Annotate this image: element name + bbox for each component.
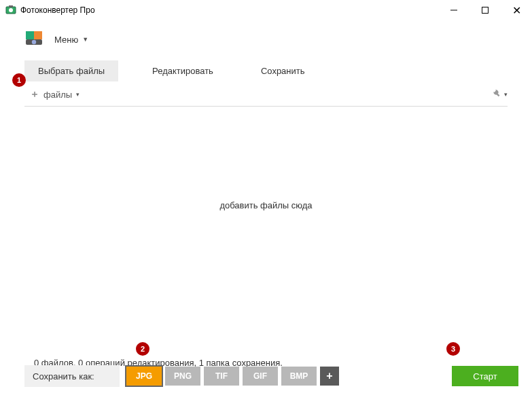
- svg-rect-5: [26, 31, 34, 39]
- annotation-2: 2: [136, 342, 149, 356]
- tab-save[interactable]: Сохранить: [247, 60, 319, 81]
- menu-button[interactable]: Меню ▼: [54, 35, 88, 45]
- format-jpg-button[interactable]: JPG: [126, 367, 162, 386]
- logo-icon: [24, 30, 43, 49]
- close-icon: ✕: [512, 4, 521, 17]
- window-controls: ✕: [438, 0, 532, 20]
- format-gif-button[interactable]: GIF: [243, 367, 278, 386]
- svg-rect-6: [34, 31, 42, 39]
- format-bmp-button[interactable]: BMP: [281, 367, 317, 386]
- drop-hint: добавить файлы сюда: [219, 200, 312, 210]
- tabs: Выбрать файлы Редактировать Сохранить: [0, 58, 532, 83]
- topbar: Меню ▼: [0, 20, 532, 58]
- drop-area[interactable]: добавить файлы сюда: [0, 107, 532, 303]
- chevron-down-icon: ▼: [82, 36, 88, 43]
- format-tif-button[interactable]: TIF: [204, 367, 239, 386]
- svg-rect-2: [9, 5, 13, 7]
- plus-icon: ＋: [30, 88, 39, 100]
- tab-select-files[interactable]: Выбрать файлы: [24, 60, 118, 81]
- annotation-3: 3: [446, 342, 460, 356]
- add-files-button[interactable]: ＋ файлы ▾: [30, 88, 79, 100]
- titlebar: Фотоконвертер Про ✕: [0, 0, 532, 20]
- settings-button[interactable]: ▾: [492, 88, 508, 100]
- start-button[interactable]: Старт: [452, 366, 518, 386]
- window-title: Фотоконвертер Про: [20, 5, 95, 15]
- svg-point-8: [32, 40, 36, 44]
- toolbar: ＋ файлы ▾ ▾: [0, 83, 532, 106]
- chevron-down-icon: ▾: [76, 91, 79, 98]
- format-buttons: JPG PNG TIF GIF BMP +: [126, 367, 339, 386]
- format-png-button[interactable]: PNG: [165, 367, 200, 386]
- close-button[interactable]: ✕: [501, 0, 532, 20]
- format-add-button[interactable]: +: [320, 367, 339, 386]
- wrench-icon: [492, 88, 502, 100]
- app-icon: [5, 5, 16, 16]
- bottom-bar: Сохранить как: JPG PNG TIF GIF BMP + Ста…: [24, 362, 518, 390]
- svg-point-1: [9, 8, 13, 12]
- svg-rect-4: [482, 7, 489, 14]
- tab-edit[interactable]: Редактировать: [139, 60, 227, 81]
- menu-label: Меню: [54, 35, 78, 45]
- chevron-down-icon: ▾: [504, 91, 508, 98]
- minimize-button[interactable]: [438, 0, 469, 20]
- maximize-button[interactable]: [469, 0, 501, 20]
- add-files-label: файлы: [43, 90, 72, 100]
- save-as-label: Сохранить как:: [24, 365, 120, 387]
